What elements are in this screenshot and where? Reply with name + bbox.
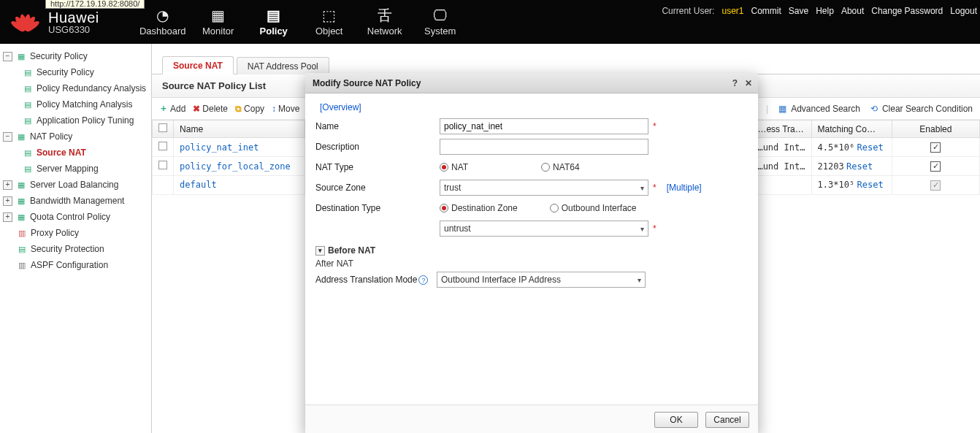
cell-addr: …und Int… — [757, 142, 805, 153]
copy-button[interactable]: ⧉Copy — [235, 104, 264, 114]
outbound-interface-radio[interactable]: Outbound Interface — [550, 203, 637, 213]
description-input[interactable] — [440, 139, 648, 155]
reset-link[interactable]: Reset — [857, 142, 884, 153]
folder-icon: ▦ — [15, 179, 27, 191]
sidebar-item-label: Server Mapping — [37, 164, 99, 174]
dialog-footer: OK Cancel — [305, 405, 758, 433]
sidebar-item-app-policy-tuning[interactable]: ▤ Application Policy Tuning — [0, 112, 151, 129]
collapse-icon[interactable]: − — [3, 52, 12, 61]
close-icon[interactable]: ✕ — [745, 78, 752, 88]
sidebar-item-policy-matching[interactable]: ▤ Policy Matching Analysis — [0, 96, 151, 112]
nav-monitor[interactable]: ▦ Monitor — [191, 0, 245, 44]
nat64-radio-label: NAT64 — [553, 162, 579, 172]
col-enabled[interactable]: Enabled — [892, 120, 979, 138]
collapse-icon[interactable]: − — [3, 132, 12, 142]
nav-policy[interactable]: ▤ Policy — [247, 0, 301, 44]
sidebar-item-bandwidth[interactable]: + ▦ Bandwidth Management — [0, 193, 151, 209]
help-link[interactable]: Help — [816, 6, 834, 16]
enabled-checkbox[interactable]: ✓ — [930, 161, 941, 172]
dest-zone-radio-label: Destination Zone — [451, 203, 518, 213]
copy-label: Copy — [244, 104, 264, 114]
checkbox-all[interactable] — [158, 123, 167, 132]
sidebar-item-label: Bandwidth Management — [30, 196, 124, 206]
doc-icon: ▤ — [22, 83, 34, 94]
nav-network-label: Network — [367, 26, 402, 37]
source-zone-value: trust — [444, 183, 461, 193]
logout-link[interactable]: Logout — [950, 6, 977, 16]
tab-nat-address-pool[interactable]: NAT Address Pool — [237, 57, 329, 74]
enabled-checkbox: ✓ — [930, 180, 941, 191]
folder-icon: ▦ — [15, 195, 27, 207]
name-label: Name — [315, 121, 440, 131]
save-link[interactable]: Save — [789, 6, 808, 16]
delete-button[interactable]: ✖Delete — [193, 104, 228, 114]
tab-source-nat[interactable]: Source NAT — [162, 56, 234, 74]
sidebar-item-aspf[interactable]: ▥ ASPF Configuration — [0, 257, 151, 273]
row-checkbox[interactable] — [158, 142, 167, 150]
sidebar-item-label: NAT Policy — [30, 131, 72, 142]
ok-button[interactable]: OK — [654, 412, 698, 428]
sidebar-item-label: Security Policy — [30, 51, 88, 61]
sidebar-item-slb[interactable]: + ▦ Server Load Balancing — [0, 177, 151, 193]
policy-name-link[interactable]: default — [180, 180, 217, 190]
move-button[interactable]: ↕Move — [272, 104, 299, 114]
clear-search-button[interactable]: ⟲Clear Search Condition — [870, 104, 973, 114]
add-button[interactable]: ＋Add — [159, 102, 185, 115]
overview-link[interactable]: [Overview] — [315, 98, 361, 115]
after-nat-label: After NAT — [315, 258, 748, 269]
expand-icon[interactable]: + — [3, 180, 12, 190]
before-nat-toggle[interactable]: ▾ Before NAT — [315, 245, 748, 256]
sidebar-item-proxy-policy[interactable]: ▥ Proxy Policy — [0, 225, 151, 241]
sidebar-item-security-protection[interactable]: ▤ Security Protection — [0, 241, 151, 257]
policy-name-link[interactable]: policy_nat_inet — [180, 142, 259, 153]
network-icon: ⾆ — [378, 7, 392, 23]
sidebar-item-security-policy[interactable]: − ▦ Security Policy — [0, 48, 151, 64]
advanced-search-button[interactable]: ▦Advanced Search — [778, 104, 860, 114]
nav-object[interactable]: ⬚ Object — [302, 0, 356, 44]
help-icon[interactable]: ? — [732, 78, 738, 88]
doc-icon: ▥ — [16, 259, 28, 271]
enabled-checkbox[interactable]: ✓ — [930, 142, 941, 153]
name-input[interactable] — [440, 118, 648, 134]
help-icon[interactable]: ? — [418, 275, 428, 285]
sidebar-item-nat-policy[interactable]: − ▦ NAT Policy — [0, 129, 151, 145]
sidebar-item-label: Quota Control Policy — [30, 212, 110, 222]
sidebar-item-label: Application Policy Tuning — [37, 115, 134, 126]
row-checkbox[interactable] — [158, 161, 167, 169]
cell-match: 21203 — [818, 161, 844, 172]
nav-system-label: System — [424, 26, 456, 37]
multiple-link[interactable]: [Multiple] — [667, 183, 702, 193]
sidebar-item-quota[interactable]: + ▦ Quota Control Policy — [0, 209, 151, 225]
sidebar-item-server-mapping[interactable]: ▤ Server Mapping — [0, 161, 151, 177]
dialog-titlebar[interactable]: Modify Source NAT Policy ? ✕ — [305, 73, 758, 93]
about-link[interactable]: About — [841, 6, 864, 16]
required-marker: * — [653, 183, 656, 193]
system-icon: 🖵 — [433, 7, 448, 23]
source-zone-select[interactable]: trust ▾ — [440, 180, 648, 196]
commit-link[interactable]: Commit — [751, 6, 781, 16]
nat64-radio[interactable]: NAT64 — [541, 162, 579, 172]
col-matching[interactable]: Matching Co… — [811, 120, 892, 138]
address-translation-mode-select[interactable]: Outbound Interface IP Address ▾ — [437, 272, 646, 288]
destination-zone-select[interactable]: untrust ▾ — [440, 221, 648, 237]
policy-name-link[interactable]: policy_for_local_zone — [180, 161, 291, 172]
reset-link[interactable]: Reset — [846, 161, 873, 172]
dest-zone-radio[interactable]: Destination Zone — [440, 203, 518, 213]
expand-icon[interactable]: + — [3, 196, 12, 206]
description-label: Description — [315, 142, 440, 152]
x-icon: ✖ — [193, 104, 200, 114]
nat-radio[interactable]: NAT — [440, 162, 468, 172]
reset-link[interactable]: Reset — [857, 180, 884, 190]
required-marker: * — [653, 121, 656, 131]
expand-icon[interactable]: + — [3, 212, 12, 222]
cancel-button[interactable]: Cancel — [705, 412, 749, 428]
nav-system[interactable]: 🖵 System — [413, 0, 467, 44]
col-name[interactable]: Name — [174, 120, 305, 138]
sidebar-item-policy-redundancy[interactable]: ▤ Policy Redundancy Analysis — [0, 80, 151, 96]
sidebar-item-label: Proxy Policy — [31, 228, 79, 238]
col-addr-trans[interactable]: …ess Tra… — [751, 120, 811, 138]
sidebar-item-security-policy-child[interactable]: ▤ Security Policy — [0, 64, 151, 80]
nav-network[interactable]: ⾆ Network — [358, 0, 412, 44]
change-password-link[interactable]: Change Password — [871, 6, 943, 16]
sidebar-item-source-nat[interactable]: ▤ Source NAT — [0, 145, 151, 161]
